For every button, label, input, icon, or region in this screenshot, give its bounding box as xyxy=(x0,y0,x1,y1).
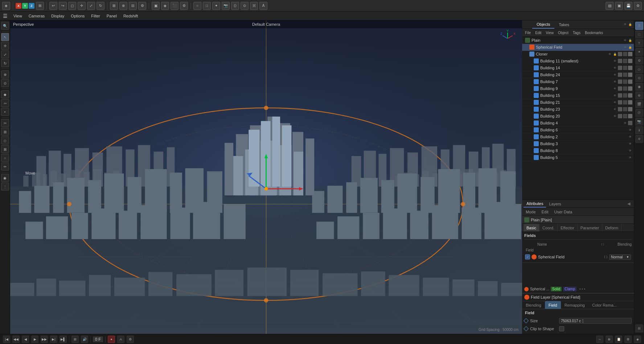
tree-item-b24[interactable]: Building 24 👁 xyxy=(522,71,634,78)
ftab-field[interactable]: Field xyxy=(545,301,561,309)
move-icon[interactable]: ✛ xyxy=(78,2,86,10)
tab-takes[interactable]: Takes xyxy=(554,20,574,29)
menu-filter[interactable]: Filter xyxy=(88,13,103,19)
b7-eye[interactable]: 👁 xyxy=(613,79,617,84)
snap-icon[interactable]: ⊕ xyxy=(119,2,127,10)
render-icon[interactable]: ⬛ xyxy=(171,2,179,10)
frame-display[interactable]: 0 F xyxy=(93,336,103,342)
status-icon3[interactable]: 📋 xyxy=(615,336,622,343)
panel-tags-btn[interactable]: Tags xyxy=(571,30,582,35)
axis-tool[interactable]: ⊙ xyxy=(1,79,9,87)
camera-icon[interactable]: 📷 xyxy=(222,2,230,10)
ri-gen-icon[interactable]: ⚙ xyxy=(635,57,643,65)
tree-item-b14[interactable]: Building 14 👁 xyxy=(522,65,634,71)
ri-objects-icon[interactable]: ☰ xyxy=(635,22,643,30)
field-blend-dropdown[interactable]: Normal ▼ xyxy=(609,254,631,260)
ftab-blending[interactable]: Blending xyxy=(522,301,545,309)
hamburger-menu[interactable]: ☰ xyxy=(3,13,8,19)
bridge-tool[interactable]: ⊠ xyxy=(1,145,9,153)
subtab-deform[interactable]: Deform xyxy=(602,224,622,232)
sb-clamp-btn[interactable]: Clamp xyxy=(563,287,577,291)
status-icon1[interactable]: ↔ xyxy=(596,336,603,343)
select-icon[interactable]: ◻ xyxy=(68,2,76,10)
cloner-eye[interactable]: 👁 xyxy=(608,52,612,56)
panel-view-btn[interactable]: View xyxy=(544,30,555,35)
tree-item-b5[interactable]: Building 5 👁 xyxy=(522,154,634,161)
playback-prev-key-btn[interactable]: ◀◀ xyxy=(12,336,20,343)
cloner-lock[interactable]: 🔒 xyxy=(613,52,617,56)
picture-viewer-icon[interactable]: ▣ xyxy=(615,2,623,10)
attr-edit-btn[interactable]: Edit xyxy=(540,210,550,214)
attr-userdata-btn[interactable]: User Data xyxy=(553,210,574,214)
playback-play-rev-btn[interactable]: ▶▶ xyxy=(41,336,48,343)
ftab-colorrema[interactable]: Color Rema... xyxy=(588,301,620,309)
tree-item-b6[interactable]: Building 6 👁 xyxy=(522,127,634,134)
playback-play-btn[interactable]: ▶ xyxy=(31,336,38,343)
panel-bookmarks-btn[interactable]: Bookmarks xyxy=(583,30,604,35)
undo-icon[interactable]: ↩ xyxy=(49,2,57,10)
scale-tool[interactable]: ⤢ xyxy=(1,50,9,58)
timeline-mode-btn[interactable]: ⊞ xyxy=(71,336,79,343)
camera-view-tool[interactable]: ◉ xyxy=(1,174,9,182)
ri-camera-icon[interactable]: 📷 xyxy=(635,118,643,126)
subtab-basic[interactable]: Basic xyxy=(524,224,540,232)
snap2-icon[interactable]: ⊟ xyxy=(129,2,137,10)
tree-item-b3[interactable]: Building 3 👁 xyxy=(522,140,634,147)
ri-type-icon[interactable]: T xyxy=(635,39,643,47)
field-icon[interactable]: ⊙ xyxy=(241,2,249,10)
viewport[interactable]: Perspective Default Camera xyxy=(10,20,522,334)
spherical-lock[interactable]: 🔒 xyxy=(628,45,632,49)
light-icon[interactable]: ✦ xyxy=(212,2,220,10)
extrude-tool[interactable]: ⊞ xyxy=(1,128,9,136)
loop-sel-tool[interactable]: ○ xyxy=(1,154,9,162)
b8-eye[interactable]: 👁 xyxy=(628,148,632,153)
scale-icon[interactable]: ⤢ xyxy=(87,2,95,10)
ftab-remapping[interactable]: Remapping xyxy=(561,301,588,309)
tree-item-plain[interactable]: Plain 👁 🔒 xyxy=(522,37,634,44)
status-icon5[interactable]: ◈ xyxy=(634,336,641,343)
tree-item-b7[interactable]: Building 7 👁 xyxy=(522,78,634,85)
ri-anim-icon[interactable]: ⏱ xyxy=(635,109,643,117)
b6-eye[interactable]: 👁 xyxy=(628,128,632,132)
render-region-icon[interactable]: ▣ xyxy=(152,2,160,10)
clip-keyframe-btn[interactable] xyxy=(524,326,529,331)
field-checkbox[interactable]: ✓ xyxy=(525,254,530,259)
menu-panel[interactable]: Panel xyxy=(104,13,120,19)
ri-render-icon[interactable]: 🎬 xyxy=(635,100,643,108)
playback-next-btn[interactable]: ▶| xyxy=(50,336,57,343)
menu-cameras[interactable]: Cameras xyxy=(26,13,48,19)
b2-eye[interactable]: 👁 xyxy=(628,135,632,139)
b4-eye[interactable]: 👁 xyxy=(623,121,627,125)
coord-icon[interactable]: ⊞ xyxy=(36,2,44,10)
menu-options[interactable]: Options xyxy=(68,13,87,19)
b11-eye[interactable]: 👁 xyxy=(613,59,617,63)
paint-tool[interactable]: ✏ xyxy=(1,163,9,171)
panel-file-btn[interactable]: File xyxy=(524,30,532,35)
transform-tool[interactable]: ⊕ xyxy=(1,70,9,78)
record-auto-btn[interactable]: A xyxy=(117,336,124,343)
menu-display[interactable]: Display xyxy=(48,13,67,19)
select-tool[interactable]: ↖ xyxy=(1,33,9,41)
attr-collapse-btn[interactable]: ◀ xyxy=(625,201,632,206)
tool-icon[interactable]: ⚙ xyxy=(138,2,146,10)
effector-icon[interactable]: ☵ xyxy=(250,2,258,10)
tag-icon[interactable]: A xyxy=(259,2,267,10)
b14-eye[interactable]: 👁 xyxy=(613,66,617,70)
deformer-icon[interactable]: ⟨⟩ xyxy=(231,2,239,10)
tree-item-b9[interactable]: Building 9 👁 xyxy=(522,85,634,92)
tree-item-b8[interactable]: Building 8 👁 xyxy=(522,147,634,154)
ri-cube-icon[interactable]: □ xyxy=(635,30,643,38)
poly-tool[interactable]: ◆ xyxy=(1,90,9,98)
tree-item-b23[interactable]: Building 23 👁 xyxy=(522,106,634,113)
grid-icon[interactable]: ⊞ xyxy=(110,2,118,10)
menu-redshift[interactable]: Redshift xyxy=(120,13,141,19)
panel-edit-btn[interactable]: Edit xyxy=(534,30,543,35)
settings-icon[interactable]: ⚙ xyxy=(634,2,642,10)
tab-objects[interactable]: Objects xyxy=(532,20,554,29)
z-axis-btn[interactable]: Z xyxy=(29,3,34,9)
keyframe-settings-btn[interactable]: ⚙ xyxy=(127,336,134,343)
bevel-tool[interactable]: ◇ xyxy=(1,136,9,144)
tree-item-spherical[interactable]: Spherical Field 👁 🔒 xyxy=(522,44,634,51)
clip-checkbox[interactable] xyxy=(559,326,564,331)
rotate-icon[interactable]: ↻ xyxy=(97,2,104,10)
